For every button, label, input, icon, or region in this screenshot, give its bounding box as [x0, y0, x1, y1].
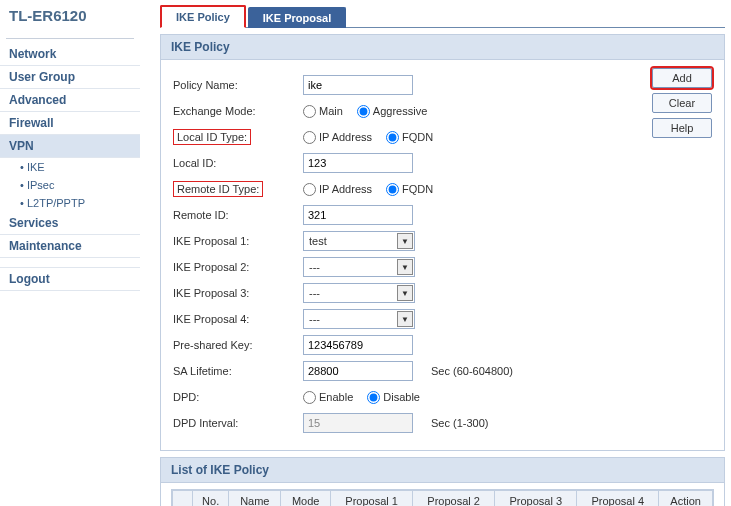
remote-id-input[interactable] — [303, 205, 413, 225]
label-sa-lifetime: SA Lifetime: — [173, 365, 303, 377]
section-ike-policy: IKE Policy — [160, 34, 725, 60]
radio-dpd-enable[interactable]: Enable — [303, 391, 353, 404]
label-dpd: DPD: — [173, 391, 303, 403]
col-mode: Mode — [281, 491, 331, 507]
radio-dpd-disable[interactable]: Disable — [367, 391, 420, 404]
radio-aggressive[interactable]: Aggressive — [357, 105, 427, 118]
dpd-interval-suffix: Sec (1-300) — [431, 417, 488, 429]
nav-ipsec[interactable]: IPsec — [0, 176, 140, 194]
col-p2: Proposal 2 — [413, 491, 495, 507]
radio-local-fqdn[interactable]: FQDN — [386, 131, 433, 144]
proposal-4-select[interactable]: ---▼ — [303, 309, 415, 329]
policy-name-input[interactable] — [303, 75, 413, 95]
nav-vpn[interactable]: VPN — [0, 135, 140, 158]
nav-advanced[interactable]: Advanced — [0, 89, 140, 112]
radio-remote-ip[interactable]: IP Address — [303, 183, 372, 196]
form-ike-policy: Add Clear Help Policy Name: Exchange Mod… — [160, 60, 725, 451]
col-action: Action — [659, 491, 713, 507]
label-proposal-3: IKE Proposal 3: — [173, 287, 303, 299]
label-proposal-1: IKE Proposal 1: — [173, 235, 303, 247]
sidebar: TL-ER6120 Network User Group Advanced Fi… — [0, 0, 140, 506]
proposal-1-select[interactable]: test▼ — [303, 231, 415, 251]
col-p4: Proposal 4 — [577, 491, 659, 507]
label-exchange-mode: Exchange Mode: — [173, 105, 303, 117]
help-button[interactable]: Help — [652, 118, 712, 138]
nav-logout[interactable]: Logout — [0, 268, 140, 291]
label-remote-id-type: Remote ID Type: — [173, 183, 303, 195]
sa-lifetime-input[interactable] — [303, 361, 413, 381]
tab-ike-proposal[interactable]: IKE Proposal — [248, 7, 346, 28]
chevron-down-icon: ▼ — [397, 311, 413, 327]
radio-remote-fqdn[interactable]: FQDN — [386, 183, 433, 196]
label-psk: Pre-shared Key: — [173, 339, 303, 351]
section-list-policy: List of IKE Policy — [160, 457, 725, 483]
action-buttons: Add Clear Help — [652, 68, 712, 138]
main-content: IKE Policy IKE Proposal IKE Policy Add C… — [140, 0, 731, 506]
psk-input[interactable] — [303, 335, 413, 355]
nav-ike[interactable]: IKE — [0, 158, 140, 176]
radio-local-ip[interactable]: IP Address — [303, 131, 372, 144]
col-p3: Proposal 3 — [495, 491, 577, 507]
label-proposal-4: IKE Proposal 4: — [173, 313, 303, 325]
label-proposal-2: IKE Proposal 2: — [173, 261, 303, 273]
device-model: TL-ER6120 — [0, 0, 140, 38]
tab-bar: IKE Policy IKE Proposal — [160, 4, 725, 28]
tab-ike-policy[interactable]: IKE Policy — [160, 5, 246, 28]
policy-table: No. Name Mode Proposal 1 Proposal 2 Prop… — [172, 490, 713, 506]
chevron-down-icon: ▼ — [397, 259, 413, 275]
nav-firewall[interactable]: Firewall — [0, 112, 140, 135]
dpd-interval-input — [303, 413, 413, 433]
chevron-down-icon: ▼ — [397, 233, 413, 249]
nav-services[interactable]: Services — [0, 212, 140, 235]
list-area: No. Name Mode Proposal 1 Proposal 2 Prop… — [160, 483, 725, 506]
col-p1: Proposal 1 — [331, 491, 413, 507]
radio-main[interactable]: Main — [303, 105, 343, 118]
label-policy-name: Policy Name: — [173, 79, 303, 91]
label-remote-id: Remote ID: — [173, 209, 303, 221]
clear-button[interactable]: Clear — [652, 93, 712, 113]
col-checkbox — [173, 491, 193, 507]
sa-lifetime-suffix: Sec (60-604800) — [431, 365, 513, 377]
col-name: Name — [229, 491, 281, 507]
label-local-id: Local ID: — [173, 157, 303, 169]
nav-l2tp-pptp[interactable]: L2TP/PPTP — [0, 194, 140, 212]
label-dpd-interval: DPD Interval: — [173, 417, 303, 429]
nav-maintenance[interactable]: Maintenance — [0, 235, 140, 258]
proposal-2-select[interactable]: ---▼ — [303, 257, 415, 277]
nav-user-group[interactable]: User Group — [0, 66, 140, 89]
proposal-3-select[interactable]: ---▼ — [303, 283, 415, 303]
divider — [6, 38, 134, 39]
nav-network[interactable]: Network — [0, 43, 140, 66]
chevron-down-icon: ▼ — [397, 285, 413, 301]
col-no: No. — [193, 491, 229, 507]
local-id-input[interactable] — [303, 153, 413, 173]
add-button[interactable]: Add — [652, 68, 712, 88]
label-local-id-type: Local ID Type: — [173, 131, 303, 143]
